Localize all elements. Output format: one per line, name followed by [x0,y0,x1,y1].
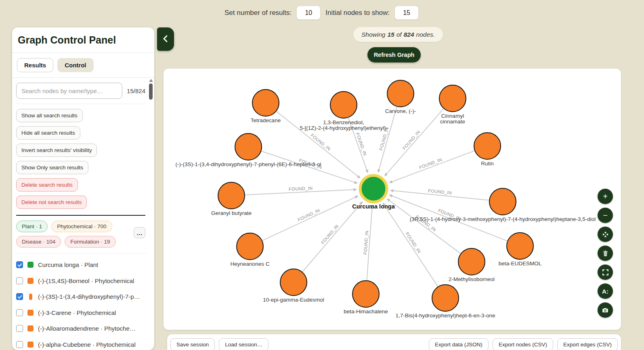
divider [15,253,146,254]
visibility-checkbox[interactable] [16,309,23,316]
delete-button[interactable] [598,246,613,261]
scroll-up-arrow[interactable] [149,79,153,82]
list-item: Curcuma longa · Plant [16,257,145,273]
tab-results[interactable]: Results [17,58,53,72]
phytochemical-node[interactable] [352,281,379,307]
search-actions: Show all search resultsHide all search r… [16,104,145,209]
show-only-search-results-button[interactable]: Show Only search results [16,161,88,174]
edge-label: FOUND_IN [363,231,369,255]
export-data-json-button[interactable]: Export data (JSON) [429,338,489,350]
phytochemical-node[interactable] [237,233,263,260]
refresh-graph-button[interactable]: Refresh Graph [367,47,421,62]
panel-body: 15/824 Show all search resultsHide all s… [12,78,154,350]
phytochemical-node[interactable] [280,269,307,296]
phytochemical-node[interactable] [458,248,485,275]
fullscreen-button[interactable] [598,265,613,280]
chevron-left-icon [162,35,169,44]
list-item: (-)-3-Carene · Phytochemical [16,305,145,321]
collapse-panel-button[interactable] [157,27,174,51]
export-buttons: Export data (JSON)Export nodes (CSV)Expo… [429,338,618,350]
list-item: (-)-(1S,4S)-Borneol · Phytochemical [16,273,145,289]
export-nodes-csv-button[interactable]: Export nodes (CSV) [493,338,553,350]
plant-node-curcuma-longa[interactable] [360,175,387,202]
hide-all-search-results-button[interactable]: Hide all search results [16,126,80,140]
edge-label: FOUND_IN [405,231,422,254]
invert-search-results-visibility-button[interactable]: Invert search results' visibility [16,144,97,157]
fullscreen-icon [602,269,609,276]
edge-label: FOUND_IN [320,224,340,245]
type-tags: Plant · 1Phytochemical · 700Disease · 10… [16,221,126,248]
tag-formulation[interactable]: Formulation · 19 [65,236,115,248]
initial-nodes-input[interactable] [394,6,419,20]
zoom-out-button[interactable]: − [598,208,613,223]
scrollbar-thumb[interactable] [149,83,153,100]
visibility-checkbox[interactable] [16,325,23,332]
tag-plant[interactable]: Plant · 1 [16,221,48,232]
node-type-swatch [27,342,34,348]
screenshot-button[interactable] [598,302,613,318]
node-label: Heyneanones C [231,261,270,267]
graph-canvas[interactable]: FOUND_INFOUND_INFOUND_INFOUND_INFOUND_IN… [164,69,621,330]
node-type-swatch [29,294,32,300]
zoom-in-button[interactable]: + [598,189,613,204]
tab-control[interactable]: Control [57,58,93,72]
visibility-checkbox[interactable] [16,261,23,268]
node-name: (-)-(3S)-1-(3,4-dihydroxyphenyl)-7-p… [38,293,140,300]
edge-label: FOUND_IN [355,132,368,156]
node-label: (3R,5S)-1-(4-hydroxy-3-methoxyphenyl)-7-… [410,216,596,222]
node-type-swatch [27,310,34,316]
delete-search-results-button[interactable]: Delete search results [16,178,78,192]
node-label: Geranyl butyrate [211,210,252,216]
showing-count: 15 [387,31,394,38]
showing-of: of [396,31,402,38]
phytochemical-node[interactable] [507,233,533,259]
node-type-swatch [27,325,34,331]
visibility-checkbox[interactable] [16,341,23,348]
camera-icon [602,306,609,314]
divider [16,215,145,216]
phytochemical-node[interactable] [439,85,466,112]
tag-phytochemical[interactable]: Phytochemical · 700 [51,221,112,232]
node-name: (-)-(1S,4S)-Borneol · Phytochemical [38,277,134,284]
label-size-button[interactable]: A: [598,283,613,299]
edge-found-in [262,196,358,241]
visibility-checkbox[interactable] [16,293,23,300]
network-graph[interactable]: FOUND_INFOUND_INFOUND_INFOUND_INFOUND_IN… [164,69,621,330]
compress-icon [602,231,609,238]
phytochemical-node[interactable] [330,92,357,118]
delete-not-search-results-button[interactable]: Delete not search results [16,196,87,209]
edge-label: FOUND_IN [418,157,443,170]
graph-control-panel: Graph Control Panel Results Control 15/8… [12,27,154,350]
phytochemical-node[interactable] [387,80,414,107]
list-item: (-)-alpha-Cubebene · Phytochemical [16,337,145,350]
trash-icon [602,250,609,257]
node-name: (-)-Alloaromadendrene · Phytoche… [38,325,136,332]
phytochemical-node[interactable] [474,133,501,159]
font-size-icon: A: [602,288,608,294]
phytochemical-node[interactable] [218,182,245,209]
save-session-button[interactable]: Save session [170,338,215,350]
node-label: 10-epi-gamma-Eudesmol [263,297,324,303]
tag-disease[interactable]: Disease · 104 [16,236,61,248]
minus-icon: − [603,211,608,219]
show-all-search-results-button[interactable]: Show all search results [16,109,83,122]
visibility-checkbox[interactable] [16,277,23,284]
search-input[interactable] [16,83,122,99]
initial-nodes-label: Initial nodes to show: [325,9,390,17]
phytochemical-node[interactable] [235,133,262,160]
panel-scrollbar[interactable] [149,77,153,350]
results-count-input[interactable] [296,6,321,20]
showing-prefix: Showing [361,31,385,38]
fit-view-button[interactable] [598,227,613,242]
panel-title: Graph Control Panel [12,27,154,53]
node-label: Rutin [481,160,494,167]
more-tags-button[interactable]: … [134,227,145,238]
top-controls: Set number of results: Initial nodes to … [224,6,419,20]
load-session-button[interactable]: Load session… [219,338,269,350]
showing-suffix: nodes. [416,31,435,38]
export-edges-csv-button[interactable]: Export edges (CSV) [557,338,618,350]
phytochemical-node[interactable] [252,90,279,116]
phytochemical-node[interactable] [432,285,459,311]
phytochemical-node[interactable] [489,188,516,215]
node-label: beta-EUDESMOL [499,260,542,267]
